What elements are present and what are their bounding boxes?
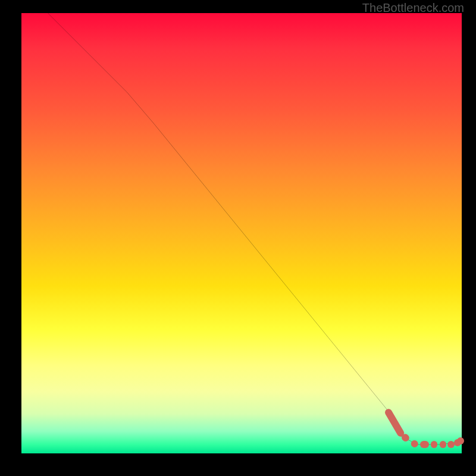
data-marker-cluster [440,441,446,448]
chart-plot-area [21,13,463,455]
chart-curve-line [21,13,462,453]
data-marker [447,441,455,448]
data-marker-cluster [420,441,429,448]
data-marker-cluster [431,441,437,448]
data-marker [457,437,464,444]
attribution-text: TheBottleneck.com [362,1,464,15]
